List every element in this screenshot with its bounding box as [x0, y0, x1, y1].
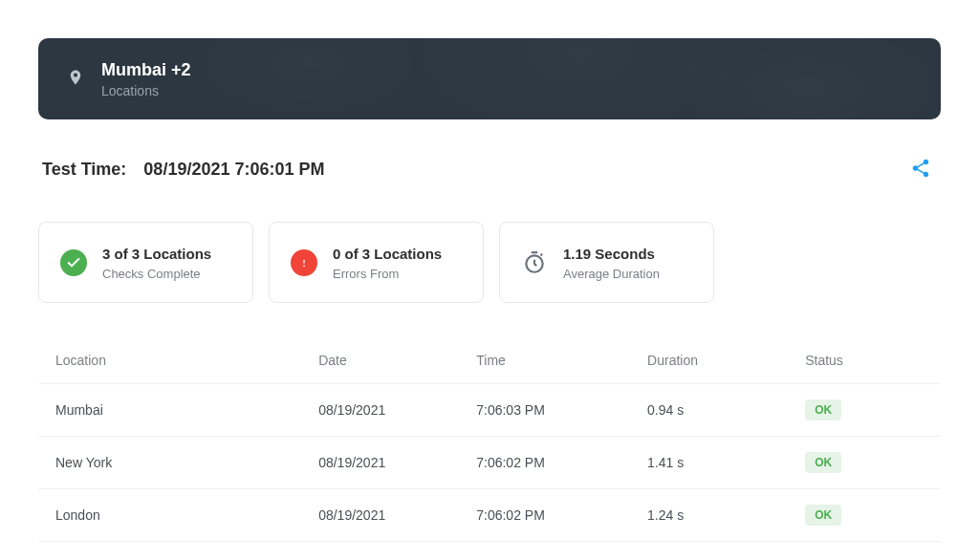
col-location: Location [55, 353, 318, 368]
col-duration: Duration [647, 353, 805, 368]
cell-duration: 0.94 s [647, 402, 805, 418]
duration-title: 1.19 Seconds [563, 244, 660, 264]
col-date: Date [318, 353, 476, 368]
cell-status: OK [805, 505, 924, 526]
alert-circle-icon [291, 249, 317, 276]
errors-title: 0 of 3 Locations [333, 244, 442, 264]
checks-sub: Checks Complete [102, 267, 211, 281]
errors-card: 0 of 3 Locations Errors From [269, 222, 484, 303]
table-row[interactable]: New York 08/19/2021 7:06:02 PM 1.41 s OK [38, 437, 941, 489]
status-badge: OK [805, 505, 841, 526]
location-pin-icon [67, 67, 84, 92]
test-time-value: 08/19/2021 7:06:01 PM [143, 160, 324, 180]
duration-sub: Average Duration [563, 267, 660, 281]
summary-cards: 3 of 3 Locations Checks Complete 0 of 3 … [38, 222, 941, 303]
cell-time: 7:06:02 PM [476, 455, 647, 470]
share-icon [910, 158, 931, 182]
table-header-row: Location Date Time Duration Status [38, 337, 941, 384]
status-badge: OK [805, 452, 841, 473]
checks-title: 3 of 3 Locations [102, 244, 211, 264]
header-title: Mumbai +2 [101, 59, 191, 81]
cell-status: OK [805, 452, 924, 473]
col-time: Time [476, 353, 647, 368]
cell-date: 08/19/2021 [318, 402, 476, 418]
errors-sub: Errors From [333, 267, 442, 281]
status-badge: OK [805, 399, 841, 420]
share-button[interactable] [904, 152, 937, 187]
cell-time: 7:06:03 PM [476, 402, 647, 418]
duration-card: 1.19 Seconds Average Duration [499, 222, 714, 303]
checks-complete-card: 3 of 3 Locations Checks Complete [38, 222, 253, 303]
cell-location: London [55, 507, 318, 523]
cell-date: 08/19/2021 [318, 507, 476, 523]
cell-location: New York [55, 455, 318, 470]
cell-duration: 1.24 s [647, 507, 805, 523]
cell-time: 7:06:02 PM [476, 507, 647, 523]
stopwatch-icon [521, 249, 548, 276]
table-row[interactable]: London 08/19/2021 7:06:02 PM 1.24 s OK [38, 489, 941, 542]
col-status: Status [805, 353, 924, 368]
cell-duration: 1.41 s [647, 455, 805, 470]
cell-status: OK [805, 399, 924, 420]
locations-header: Mumbai +2 Locations [38, 38, 941, 119]
cell-date: 08/19/2021 [318, 455, 476, 470]
results-table: Location Date Time Duration Status Mumba… [38, 337, 941, 542]
table-row[interactable]: Mumbai 08/19/2021 7:06:03 PM 0.94 s OK [38, 384, 941, 437]
header-subtitle: Locations [101, 83, 191, 98]
check-circle-icon [60, 249, 87, 276]
test-time-label: Test Time: [42, 160, 126, 180]
cell-location: Mumbai [55, 402, 318, 418]
test-time-row: Test Time: 08/19/2021 7:06:01 PM [38, 152, 941, 187]
